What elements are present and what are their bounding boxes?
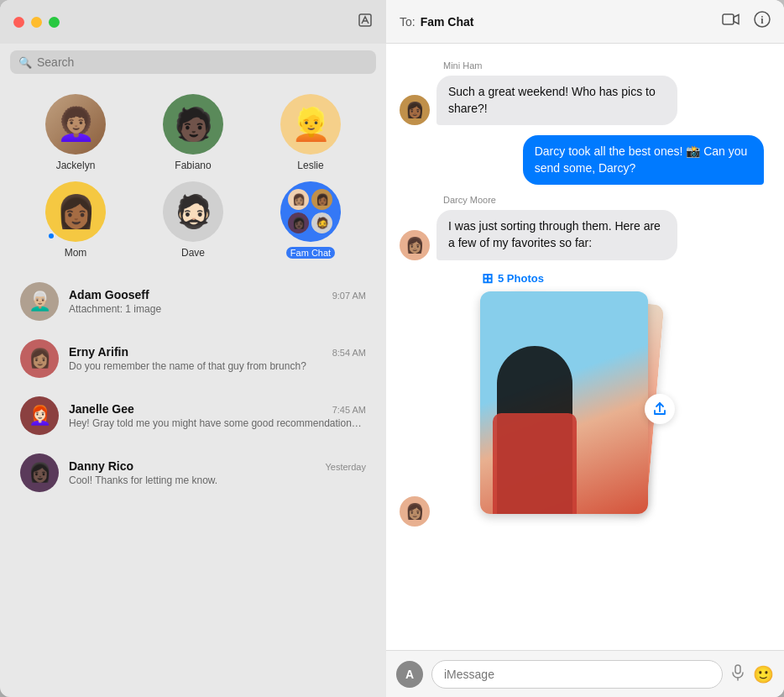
pinned-label-dave: Dave bbox=[181, 247, 205, 259]
traffic-lights bbox=[13, 17, 60, 28]
app-store-icon: A bbox=[405, 668, 414, 681]
msg-group-outgoing: Darcy took all the best ones! 📸 Can you … bbox=[400, 135, 771, 185]
conversation-list: 👨🏼‍🦳 Adam Gooseff 9:07 AM Attachment: 1 … bbox=[0, 272, 386, 697]
bubble-2: Darcy took all the best ones! 📸 Can you … bbox=[523, 135, 764, 185]
conv-time-janelle: 7:45 AM bbox=[332, 405, 366, 415]
app-store-button[interactable]: A bbox=[396, 661, 423, 688]
pinned-contacts-row1: 👩🏽‍🦱 Jackelyn 🧑🏿 Fabiano 👱 bbox=[0, 81, 386, 178]
conv-preview-adam: Attachment: 1 image bbox=[69, 303, 366, 315]
bubble-1: Such a great weekend! Who has pics to sh… bbox=[436, 76, 677, 125]
close-button[interactable] bbox=[13, 17, 24, 28]
compose-button[interactable] bbox=[358, 13, 373, 32]
share-button[interactable] bbox=[645, 394, 675, 424]
input-bar: A 🙂 bbox=[386, 650, 784, 697]
video-call-icon[interactable] bbox=[722, 13, 740, 30]
to-label: To: bbox=[400, 15, 416, 29]
minimize-button[interactable] bbox=[31, 17, 42, 28]
conv-name-erny: Erny Arifin bbox=[69, 345, 128, 359]
message-input[interactable] bbox=[431, 660, 723, 689]
photos-count-label: 5 Photos bbox=[498, 272, 544, 285]
titlebar bbox=[0, 0, 386, 44]
search-input[interactable] bbox=[37, 55, 368, 69]
conv-name-danny: Danny Rico bbox=[69, 459, 133, 473]
conv-item-janelle[interactable]: 👩🏻‍🦰 Janelle Gee 7:45 AM Hey! Gray told … bbox=[7, 388, 379, 443]
sender-name-darcy: Darcy Moore bbox=[443, 195, 771, 205]
bubble-3: I was just sorting through them. Here ar… bbox=[436, 210, 677, 259]
input-icons: 🙂 bbox=[731, 664, 774, 684]
msg-group-darcy-text: Darcy Moore 👩🏽 I was just sorting throug… bbox=[400, 195, 771, 259]
chat-header: To: Fam Chat i bbox=[386, 0, 784, 44]
msg-row-2: Darcy took all the best ones! 📸 Can you … bbox=[400, 135, 771, 185]
avatar-miniham: 👩🏾 bbox=[400, 95, 430, 125]
msg-group-miniham: Mini Ham 👩🏾 Such a great weekend! Who ha… bbox=[400, 60, 771, 125]
photo-card-front[interactable] bbox=[480, 291, 648, 514]
photos-header: ⊞ 5 Photos bbox=[480, 270, 665, 286]
pinned-contact-dave[interactable]: 🧔🏻 Dave bbox=[163, 181, 223, 259]
app-window: 🔍 👩🏽‍🦱 Jackelyn 🧑🏿 Fabiano bbox=[0, 0, 784, 697]
svg-rect-4 bbox=[735, 665, 740, 673]
photos-bubble: ⊞ 5 Photos bbox=[480, 270, 665, 527]
pinned-label-famchat: Fam Chat bbox=[286, 247, 335, 259]
msg-group-photos: 👩🏽 ⊞ 5 Photos bbox=[400, 270, 771, 527]
avatar-darcy: 👩🏽 bbox=[400, 230, 430, 260]
conv-time-erny: 8:54 AM bbox=[332, 348, 366, 358]
conv-time-danny: Yesterday bbox=[325, 462, 366, 472]
pinned-label-fabiano: Fabiano bbox=[175, 160, 211, 171]
search-icon: 🔍 bbox=[18, 56, 32, 69]
conv-preview-janelle: Hey! Gray told me you might have some go… bbox=[69, 417, 366, 429]
conv-preview-danny: Cool! Thanks for letting me know. bbox=[69, 474, 366, 486]
sender-name-miniham: Mini Ham bbox=[443, 60, 771, 71]
conv-name-janelle: Janelle Gee bbox=[69, 402, 134, 416]
conv-item-adam[interactable]: 👨🏼‍🦳 Adam Gooseff 9:07 AM Attachment: 1 … bbox=[7, 274, 379, 329]
pinned-contact-fabiano[interactable]: 🧑🏿 Fabiano bbox=[163, 94, 223, 171]
pinned-label-mom: Mom bbox=[65, 247, 87, 259]
pinned-contact-mom[interactable]: 👩🏾 Mom bbox=[45, 181, 106, 259]
maximize-button[interactable] bbox=[49, 17, 60, 28]
pinned-contacts-row2: 👩🏾 Mom 🧔🏻 Dave 👩🏽 bbox=[0, 178, 386, 272]
unread-indicator-mom bbox=[47, 232, 55, 240]
conv-item-danny[interactable]: 👩🏿 Danny Rico Yesterday Cool! Thanks for… bbox=[7, 445, 379, 500]
emoji-icon[interactable]: 🙂 bbox=[753, 664, 774, 684]
audio-icon[interactable] bbox=[731, 664, 745, 684]
conv-item-erny[interactable]: 👩🏽 Erny Arifin 8:54 AM Do you remember t… bbox=[7, 331, 379, 386]
pinned-label-jackelyn: Jackelyn bbox=[56, 160, 96, 171]
conv-preview-erny: Do you remember the name of that guy fro… bbox=[69, 360, 366, 372]
sidebar: 🔍 👩🏽‍🦱 Jackelyn 🧑🏿 Fabiano bbox=[0, 0, 386, 697]
msg-row-3: 👩🏽 I was just sorting through them. Here… bbox=[400, 210, 771, 259]
pinned-contact-leslie[interactable]: 👱 Leslie bbox=[280, 94, 341, 171]
msg-row-1: 👩🏾 Such a great weekend! Who has pics to… bbox=[400, 76, 771, 125]
pinned-contact-famchat[interactable]: 👩🏽 👩🏾 👩🏿 🧔 Fam Chat bbox=[280, 181, 341, 259]
avatar-darcy-photos: 👩🏽 bbox=[400, 496, 430, 527]
svg-text:i: i bbox=[760, 14, 764, 26]
pinned-contact-jackelyn[interactable]: 👩🏽‍🦱 Jackelyn bbox=[45, 94, 106, 171]
conv-name-adam: Adam Gooseff bbox=[69, 288, 149, 301]
chat-header-actions: i bbox=[722, 11, 771, 32]
pinned-label-leslie: Leslie bbox=[297, 160, 323, 171]
conv-time-adam: 9:07 AM bbox=[332, 291, 366, 301]
chat-panel: To: Fam Chat i bbox=[386, 0, 784, 697]
info-icon[interactable]: i bbox=[754, 11, 771, 32]
search-bar[interactable]: 🔍 bbox=[10, 50, 376, 74]
photos-grid[interactable] bbox=[480, 291, 665, 527]
chat-title: Fam Chat bbox=[421, 15, 474, 29]
svg-rect-1 bbox=[723, 14, 734, 24]
messages-area: Mini Ham 👩🏾 Such a great weekend! Who ha… bbox=[386, 44, 784, 650]
